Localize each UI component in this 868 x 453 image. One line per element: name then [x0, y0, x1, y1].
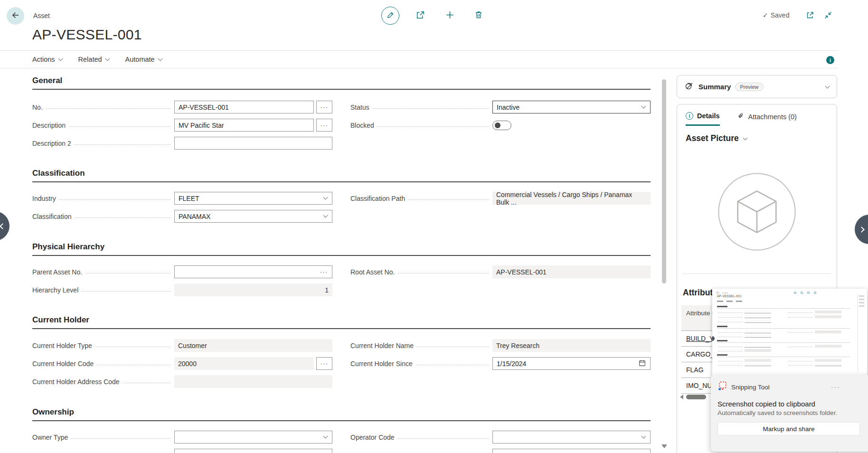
chevron-down-icon — [105, 57, 110, 61]
field-row: Root Asset No. AP-VESSEL-001 — [350, 265, 651, 278]
horizontal-scrollbar-thumb[interactable] — [686, 395, 706, 399]
toggle-knob — [495, 123, 500, 128]
mini-back-button — [716, 291, 719, 294]
chevron-down-icon — [58, 57, 63, 61]
snipping-tool-notification[interactable]: Snipping Tool ··· Screenshot copied to c… — [711, 375, 868, 452]
dotted-leader — [46, 104, 171, 109]
edit-button[interactable] — [381, 7, 399, 25]
chevron-left-icon — [0, 223, 6, 229]
description-input[interactable] — [174, 119, 314, 132]
calendar-icon[interactable] — [634, 359, 650, 368]
notification-menu-button[interactable]: ··· — [831, 383, 840, 391]
cutoff-input[interactable] — [492, 449, 651, 453]
asset-picture-placeholder — [717, 172, 797, 252]
industry-dropdown[interactable]: FLEET — [174, 192, 332, 205]
mini-action-bar — [717, 301, 742, 302]
panel-divider — [682, 274, 831, 274]
no-input[interactable] — [174, 101, 314, 113]
hierarchy-level-label: Hierarchy Level — [32, 286, 78, 294]
classification-dropdown[interactable]: PANAMAX — [174, 210, 332, 223]
share-icon — [415, 10, 425, 22]
holder-since-input[interactable] — [493, 358, 634, 369]
classification-path-value: Commercial Vessels / Cargo Ships / Panam… — [492, 192, 651, 205]
field-row: Industry FLEET — [32, 192, 332, 205]
field-row: Current Holder Name Trey Research — [350, 339, 651, 352]
description-assist-button[interactable]: ··· — [316, 119, 332, 132]
field-row: Current Holder Since — [350, 357, 651, 370]
blocked-label: Blocked — [350, 122, 374, 129]
check-icon: ✓ — [763, 11, 768, 19]
back-arrow-icon — [11, 10, 20, 22]
classification-path-label: Classification Path — [350, 195, 405, 202]
new-button[interactable] — [444, 10, 455, 21]
holder-type-label: Current Holder Type — [32, 342, 92, 349]
parent-asset-assist-button[interactable]: ··· — [316, 268, 332, 275]
field-row: Hierarchy Level 1 — [32, 283, 332, 296]
related-menu-label: Related — [78, 56, 102, 63]
dotted-leader — [95, 342, 171, 347]
summary-card[interactable]: Summary Preview — [677, 75, 837, 98]
field-row: Description ··· — [32, 119, 332, 132]
share-button[interactable] — [415, 10, 425, 21]
automate-menu[interactable]: Automate — [125, 56, 162, 63]
scroll-down-arrow[interactable] — [661, 444, 667, 448]
plus-icon — [445, 10, 455, 22]
dotted-leader — [85, 269, 171, 274]
industry-value: FLEET — [179, 195, 199, 202]
dotted-leader — [71, 434, 171, 439]
operator-code-dropdown[interactable] — [492, 431, 651, 444]
previous-record-button[interactable] — [0, 211, 9, 241]
dotted-leader — [123, 378, 171, 383]
mini-section — [717, 354, 850, 357]
open-in-new-window-button[interactable] — [805, 11, 815, 21]
chevron-right-icon — [859, 226, 865, 233]
page-title: AP-VESSEL-001 — [32, 27, 142, 43]
owner-type-dropdown[interactable] — [174, 431, 332, 444]
operator-code-label: Operator Code — [350, 434, 395, 441]
dotted-leader — [408, 195, 489, 200]
industry-label: Industry — [32, 195, 56, 202]
pencil-icon — [386, 10, 395, 21]
status-dropdown[interactable]: Inactive — [492, 101, 651, 113]
blocked-toggle[interactable] — [492, 121, 511, 130]
description-label: Description — [32, 122, 66, 129]
dotted-leader — [373, 104, 489, 109]
collapse-icon — [824, 11, 832, 21]
field-row: Status Inactive — [350, 101, 651, 113]
field-row: Current Holder Address Code — [32, 375, 332, 388]
field-row: Blocked — [350, 119, 651, 132]
holder-code-assist-button[interactable]: ··· — [316, 357, 332, 370]
status-label: Status — [350, 104, 369, 111]
field-row: Classification Path Commercial Vessels /… — [350, 192, 651, 205]
actions-menu[interactable]: Actions — [32, 56, 62, 63]
info-circle-icon: i — [686, 112, 693, 120]
section-heading-classification: Classification — [32, 169, 651, 182]
chevron-down-icon — [825, 84, 830, 88]
info-icon[interactable]: i — [826, 56, 834, 64]
parent-asset-input[interactable] — [175, 266, 316, 278]
breadcrumb[interactable]: Asset — [33, 12, 50, 19]
scroll-left-arrow[interactable] — [680, 395, 683, 399]
collapse-button[interactable] — [823, 11, 833, 21]
tab-attachments[interactable]: Attachments (0) — [737, 112, 797, 126]
back-button[interactable] — [7, 7, 24, 25]
next-record-button[interactable] — [855, 215, 868, 244]
delete-button[interactable] — [473, 10, 484, 21]
chevron-down-icon — [642, 104, 646, 109]
tab-details[interactable]: i Details — [686, 112, 720, 126]
mini-section — [717, 340, 850, 343]
screenshot-thumbnail[interactable]: AP-VESSEL-001 — [712, 289, 867, 376]
related-menu[interactable]: Related — [78, 56, 109, 63]
markup-and-share-button[interactable]: Markup and share — [717, 422, 860, 435]
vertical-scrollbar[interactable] — [662, 79, 666, 283]
no-assist-button[interactable]: ··· — [316, 101, 332, 113]
automate-menu-label: Automate — [125, 56, 155, 63]
asset-picture-heading[interactable]: Asset Picture — [677, 126, 837, 143]
panel-tabs: i Details Attachments (0) — [677, 112, 837, 126]
actions-menu-label: Actions — [32, 56, 55, 63]
description2-input[interactable] — [174, 137, 332, 150]
chevron-down-icon — [642, 434, 646, 439]
holder-name-value: Trey Research — [492, 339, 651, 352]
cutoff-input[interactable] — [174, 449, 332, 453]
dotted-leader — [398, 434, 489, 439]
